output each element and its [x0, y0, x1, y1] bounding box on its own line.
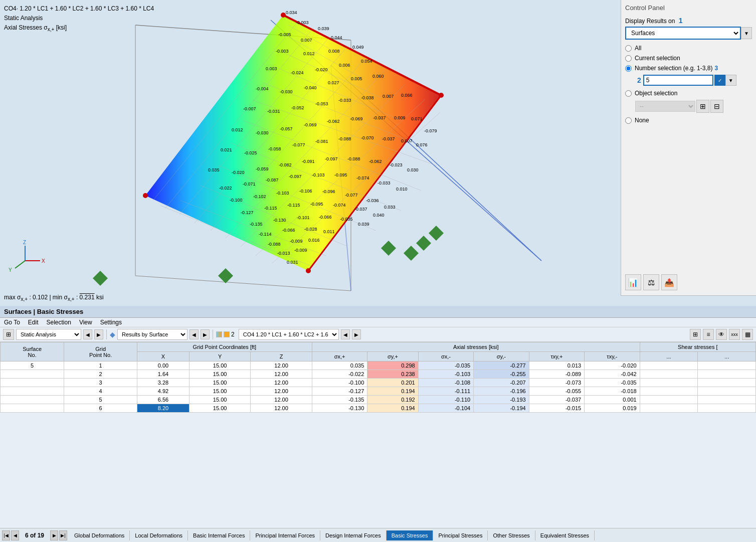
table-cell[interactable]: -0.035: [418, 362, 474, 370]
table-cell[interactable]: 15.00: [189, 396, 250, 404]
table-cell[interactable]: 0.238: [367, 370, 418, 379]
table-cell[interactable]: [1, 396, 64, 404]
table-cell[interactable]: 12.00: [251, 396, 312, 404]
radio-current-input[interactable]: [625, 55, 632, 62]
table-cell[interactable]: [640, 396, 698, 404]
nav-next-btn[interactable]: ▶: [50, 530, 58, 540]
co4-next-btn[interactable]: ▶: [352, 329, 361, 339]
table-cell[interactable]: -0.194: [474, 404, 529, 413]
menu-settings[interactable]: Settings: [100, 319, 122, 326]
number-input-confirm-btn[interactable]: ✓: [714, 75, 725, 86]
table-cell[interactable]: 0.013: [529, 362, 585, 370]
table-cell[interactable]: -0.130: [312, 404, 367, 413]
table-cell[interactable]: 2: [64, 370, 137, 379]
menu-edit[interactable]: Edit: [28, 319, 39, 326]
co4-select[interactable]: CO4 1.20 * LC1 + 1.60 * LC2 + 1.60 * ...: [239, 329, 339, 340]
nav-tab-basic-internal-forces[interactable]: Basic Internal Forces: [188, 530, 250, 540]
table-cell[interactable]: -0.108: [418, 379, 474, 387]
table-cell[interactable]: -0.073: [529, 379, 585, 387]
radio-all[interactable]: All: [625, 45, 752, 52]
nav-prev-btn[interactable]: ◀: [11, 530, 19, 540]
menu-goto[interactable]: Go To: [4, 319, 20, 326]
table-cell[interactable]: -0.135: [312, 396, 367, 404]
nav-tab-principal-stresses[interactable]: Principal Stresses: [433, 530, 488, 540]
object-icon-btn-2[interactable]: ⊟: [710, 100, 723, 113]
table-cell[interactable]: -0.035: [585, 379, 640, 387]
co4-prev-btn[interactable]: ◀: [341, 329, 350, 339]
table-cell[interactable]: 0.001: [585, 396, 640, 404]
table-cell[interactable]: [698, 362, 756, 370]
table-cell[interactable]: 0.298: [367, 362, 418, 370]
number-input-field[interactable]: [643, 75, 713, 86]
nav-tab-principal-internal-forces[interactable]: Principal Internal Forces: [250, 530, 320, 540]
table-cell[interactable]: 15.00: [189, 370, 250, 379]
table-cell[interactable]: 12.00: [251, 362, 312, 370]
radio-object-input[interactable]: [625, 90, 632, 97]
table-cell[interactable]: [698, 370, 756, 379]
toolbar-icon-grid[interactable]: ▦: [742, 329, 753, 340]
toolbar-icon-2[interactable]: ≡: [703, 329, 714, 340]
table-cell[interactable]: [640, 370, 698, 379]
table-cell[interactable]: 15.00: [189, 379, 250, 387]
table-cell[interactable]: 0.00: [137, 362, 189, 370]
cp-bottom-icon-scale[interactable]: ⚖: [643, 274, 659, 290]
menu-selection[interactable]: Selection: [47, 319, 71, 326]
table-cell[interactable]: [1, 404, 64, 413]
table-cell[interactable]: -0.127: [312, 387, 367, 396]
cp-bottom-icon-export[interactable]: 📤: [661, 274, 677, 290]
nav-first-btn[interactable]: |◀: [2, 530, 10, 540]
table-cell[interactable]: 0.194: [367, 404, 418, 413]
toolbar-icon-eye[interactable]: 👁: [716, 329, 727, 340]
table-cell[interactable]: 12.00: [251, 379, 312, 387]
menu-view[interactable]: View: [79, 319, 92, 326]
nav-tab-global-deformations[interactable]: Global Deformations: [69, 530, 130, 540]
table-cell[interactable]: -0.018: [585, 387, 640, 396]
table-cell[interactable]: -0.207: [474, 379, 529, 387]
toolbar-icon-1[interactable]: ⊞: [690, 329, 701, 340]
analysis-next-btn[interactable]: ▶: [94, 329, 103, 339]
table-cell[interactable]: [1, 370, 64, 379]
data-table-container[interactable]: SurfaceNo. GridPoint No. Grid Point Coor…: [0, 342, 756, 413]
nav-last-btn[interactable]: ▶|: [59, 530, 67, 540]
table-cell[interactable]: 8.20: [137, 404, 189, 413]
table-cell[interactable]: 0.201: [367, 379, 418, 387]
table-cell[interactable]: -0.100: [312, 379, 367, 387]
object-icon-btn-1[interactable]: ⊞: [696, 100, 709, 113]
radio-current-selection[interactable]: Current selection: [625, 55, 752, 62]
table-cell[interactable]: -0.089: [529, 370, 585, 379]
nav-tab-basic-stresses[interactable]: Basic Stresses: [387, 530, 434, 540]
table-cell[interactable]: -0.103: [418, 370, 474, 379]
table-cell[interactable]: 3: [64, 379, 137, 387]
table-cell[interactable]: [640, 379, 698, 387]
nav-tab-equivalent-stresses[interactable]: Equivalent Stresses: [535, 530, 595, 540]
table-cell[interactable]: 3.28: [137, 379, 189, 387]
results-surface-select[interactable]: Results by Surface: [117, 329, 187, 340]
toolbar-table-icon[interactable]: ⊞: [3, 329, 14, 340]
analysis-select[interactable]: Static Analysis: [16, 329, 81, 340]
number-input-dropdown-btn[interactable]: ▼: [725, 75, 736, 86]
table-cell[interactable]: 0.035: [312, 362, 367, 370]
radio-none-input[interactable]: [625, 117, 632, 124]
radio-none[interactable]: None: [625, 117, 752, 124]
table-cell[interactable]: [640, 362, 698, 370]
table-cell[interactable]: [698, 396, 756, 404]
table-cell[interactable]: 5: [1, 362, 64, 370]
radio-number-input[interactable]: [625, 65, 632, 72]
table-cell[interactable]: 5: [64, 396, 137, 404]
table-cell[interactable]: -0.022: [312, 370, 367, 379]
radio-object-selection[interactable]: Object selection: [625, 90, 752, 97]
table-cell[interactable]: 0.192: [367, 396, 418, 404]
table-cell[interactable]: -0.110: [418, 396, 474, 404]
nav-tab-other-stresses[interactable]: Other Stresses: [488, 530, 535, 540]
cp-bottom-icon-chart[interactable]: 📊: [625, 274, 641, 290]
table-cell[interactable]: [1, 379, 64, 387]
table-cell[interactable]: 15.00: [189, 362, 250, 370]
table-cell[interactable]: 1.64: [137, 370, 189, 379]
nav-tab-design-internal-forces[interactable]: Design Internal Forces: [320, 530, 387, 540]
table-cell[interactable]: -0.055: [529, 387, 585, 396]
table-cell[interactable]: -0.015: [529, 404, 585, 413]
table-cell[interactable]: -0.111: [418, 387, 474, 396]
table-cell[interactable]: -0.196: [474, 387, 529, 396]
table-cell[interactable]: 4: [64, 387, 137, 396]
surfaces-dropdown-btn[interactable]: ▼: [741, 27, 752, 39]
